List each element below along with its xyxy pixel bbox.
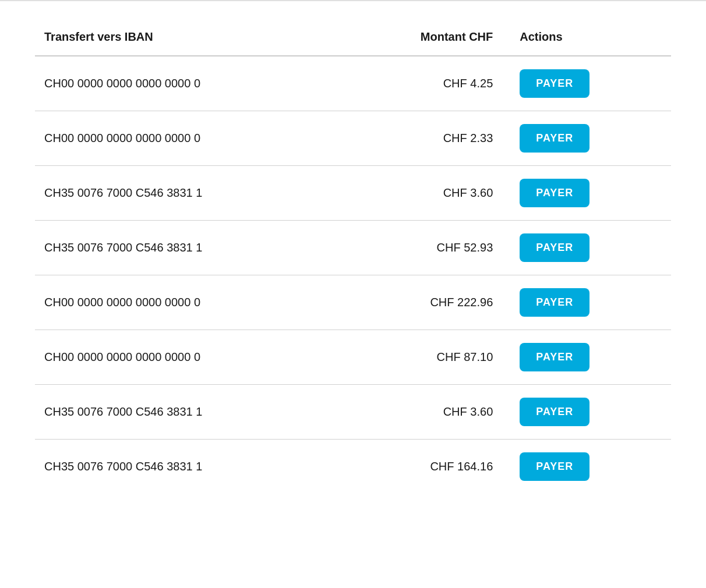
cell-iban: CH00 0000 0000 0000 0000 0	[35, 275, 343, 330]
cell-amount: CHF 52.93	[343, 221, 502, 275]
cell-actions: PAYER	[502, 166, 671, 221]
payer-button[interactable]: PAYER	[520, 288, 589, 317]
payer-button[interactable]: PAYER	[520, 179, 589, 207]
cell-actions: PAYER	[502, 111, 671, 166]
cell-iban: CH00 0000 0000 0000 0000 0	[35, 111, 343, 166]
cell-actions: PAYER	[502, 56, 671, 111]
table-row: CH35 0076 7000 C546 3831 1CHF 52.93PAYER	[35, 221, 671, 275]
main-table-container: Transfert vers IBAN Montant CHF Actions …	[0, 1, 706, 511]
cell-iban: CH35 0076 7000 C546 3831 1	[35, 385, 343, 440]
cell-actions: PAYER	[502, 385, 671, 440]
table-header-row: Transfert vers IBAN Montant CHF Actions	[35, 19, 671, 56]
cell-iban: CH35 0076 7000 C546 3831 1	[35, 440, 343, 494]
table-row: CH35 0076 7000 C546 3831 1CHF 164.16PAYE…	[35, 440, 671, 494]
payer-button[interactable]: PAYER	[520, 343, 589, 371]
transfers-table: Transfert vers IBAN Montant CHF Actions …	[35, 19, 671, 494]
payer-button[interactable]: PAYER	[520, 398, 589, 426]
cell-actions: PAYER	[502, 330, 671, 385]
col-header-iban: Transfert vers IBAN	[35, 19, 343, 56]
cell-amount: CHF 3.60	[343, 385, 502, 440]
payer-button[interactable]: PAYER	[520, 69, 589, 98]
table-row: CH00 0000 0000 0000 0000 0CHF 4.25PAYER	[35, 56, 671, 111]
col-header-actions: Actions	[502, 19, 671, 56]
table-row: CH00 0000 0000 0000 0000 0CHF 222.96PAYE…	[35, 275, 671, 330]
cell-amount: CHF 222.96	[343, 275, 502, 330]
cell-amount: CHF 164.16	[343, 440, 502, 494]
payer-button[interactable]: PAYER	[520, 124, 589, 153]
table-row: CH35 0076 7000 C546 3831 1CHF 3.60PAYER	[35, 166, 671, 221]
cell-actions: PAYER	[502, 275, 671, 330]
cell-iban: CH00 0000 0000 0000 0000 0	[35, 330, 343, 385]
payer-button[interactable]: PAYER	[520, 452, 589, 481]
cell-actions: PAYER	[502, 221, 671, 275]
cell-amount: CHF 87.10	[343, 330, 502, 385]
table-row: CH00 0000 0000 0000 0000 0CHF 87.10PAYER	[35, 330, 671, 385]
cell-iban: CH35 0076 7000 C546 3831 1	[35, 166, 343, 221]
cell-amount: CHF 4.25	[343, 56, 502, 111]
table-row: CH00 0000 0000 0000 0000 0CHF 2.33PAYER	[35, 111, 671, 166]
payer-button[interactable]: PAYER	[520, 233, 589, 262]
cell-amount: CHF 2.33	[343, 111, 502, 166]
cell-amount: CHF 3.60	[343, 166, 502, 221]
cell-iban: CH35 0076 7000 C546 3831 1	[35, 221, 343, 275]
col-header-amount: Montant CHF	[343, 19, 502, 56]
cell-iban: CH00 0000 0000 0000 0000 0	[35, 56, 343, 111]
cell-actions: PAYER	[502, 440, 671, 494]
table-row: CH35 0076 7000 C546 3831 1CHF 3.60PAYER	[35, 385, 671, 440]
